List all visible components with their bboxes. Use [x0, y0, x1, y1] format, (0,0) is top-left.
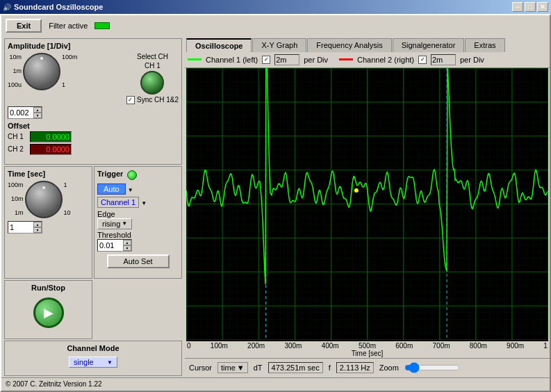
- f-unit: Hz: [361, 364, 370, 372]
- trigger-channel-button[interactable]: Channel 1: [97, 197, 139, 208]
- tab-signalgenerator[interactable]: Signalgenerator: [393, 38, 465, 52]
- auto-set-button[interactable]: Auto Set: [107, 254, 170, 268]
- spinbox-up[interactable]: ▲: [33, 107, 42, 113]
- time-spinbox-down[interactable]: ▼: [33, 227, 42, 233]
- threshold-up[interactable]: ▲: [123, 240, 131, 245]
- threshold-value[interactable]: [98, 240, 123, 250]
- amplitude-section: Amplitude [1/Div] 10m 1m 100u 100m: [4, 38, 182, 165]
- ch2-per-div-input[interactable]: [431, 54, 456, 65]
- ch1-line-indicator: [188, 58, 202, 60]
- x-axis-label: 0100m200m300m400m500m600m700m800m900m1 T…: [185, 341, 550, 358]
- spinbox-down[interactable]: ▼: [33, 113, 42, 118]
- minimize-button[interactable]: ─: [512, 2, 523, 12]
- app-title: Soundcard Oszilloscope: [14, 3, 103, 11]
- window-controls: ─ □ ✕: [512, 2, 548, 12]
- run-stop-section: Run/Stop ▶: [4, 280, 92, 339]
- close-button[interactable]: ✕: [537, 2, 548, 12]
- channel-mode-value: single: [74, 358, 94, 366]
- ch1-per-div-input[interactable]: [274, 54, 299, 65]
- right-panel: Oscilloscope X-Y Graph Frequency Analysi…: [185, 37, 550, 377]
- sync-checkbox-area[interactable]: ✓ Sync CH 1&2: [126, 96, 179, 104]
- trigger-auto-button[interactable]: Auto: [97, 183, 126, 195]
- amp-label-1: 1: [62, 81, 78, 90]
- tab-extras[interactable]: Extras: [465, 38, 504, 52]
- zoom-slider[interactable]: [404, 363, 460, 373]
- time-spinbox[interactable]: ▲ ▼: [8, 221, 42, 234]
- exit-button[interactable]: Exit: [6, 19, 42, 33]
- app-icon: 🔊: [3, 3, 11, 11]
- ch1-label: Channel 1 (left): [206, 56, 258, 64]
- top-bar: Exit Filter active: [1, 15, 550, 37]
- ch1-offset-label: CH 1: [8, 133, 27, 140]
- amplitude-value[interactable]: [8, 108, 33, 117]
- f-value: 2.113: [340, 364, 359, 372]
- x-axis-tick: 500m: [359, 342, 376, 350]
- time-section: Time [sec] 100m 10m 1m 1 10: [4, 166, 92, 279]
- sync-checkbox[interactable]: ✓: [126, 96, 135, 104]
- channel-dropdown-arrow[interactable]: ▼: [141, 200, 147, 206]
- left-panel: Amplitude [1/Div] 10m 1m 100u 100m: [1, 37, 185, 377]
- time-value[interactable]: [8, 222, 33, 232]
- auto-dropdown-arrow[interactable]: ▼: [128, 187, 133, 193]
- ch2-offset-input[interactable]: [30, 144, 72, 155]
- spinbox-arrows: ▲ ▼: [33, 107, 42, 118]
- channel-mode-title: Channel Mode: [67, 344, 119, 352]
- edge-label: Edge: [97, 210, 179, 218]
- time-knob-indicator: [42, 186, 45, 189]
- amplitude-knob-area: 10m 1m 100u 100m 1: [8, 53, 78, 90]
- cursor-type-dropdown[interactable]: time ▼: [217, 362, 248, 373]
- offset-section: Offset CH 1 CH 2: [8, 122, 179, 155]
- select-ch-label: Select CH: [137, 53, 168, 60]
- f-value-box: 2.113 Hz: [336, 362, 374, 373]
- tab-xy-graph[interactable]: X-Y Graph: [252, 38, 306, 52]
- maximize-button[interactable]: □: [525, 2, 536, 12]
- amp-label-10m: 10m: [8, 53, 22, 63]
- ch1-offset-input[interactable]: [30, 131, 72, 142]
- threshold-down[interactable]: ▼: [123, 245, 131, 251]
- ch-select-knob[interactable]: [140, 71, 164, 95]
- ch2-checkbox[interactable]: ✓: [418, 56, 427, 64]
- cursor-bar: Cursor time ▼ dT 473.251m sec f 2.113 Hz…: [185, 358, 550, 377]
- time-label-10m: 10m: [8, 195, 24, 204]
- tab-oscilloscope[interactable]: Oscilloscope: [186, 38, 252, 52]
- channel-mode-arrow: ▼: [107, 359, 113, 366]
- amplitude-knob[interactable]: [23, 53, 60, 90]
- threshold-arrows: ▲ ▼: [123, 240, 131, 251]
- dt-label: dT: [254, 364, 263, 372]
- edge-dropdown[interactable]: rising ▼: [97, 218, 132, 229]
- time-label-1m: 1m: [8, 209, 24, 218]
- trigger-title: Trigger: [97, 170, 123, 178]
- ch1-offset-row: CH 1: [8, 131, 179, 142]
- ch1-checkbox[interactable]: ✓: [262, 56, 270, 64]
- trigger-section: Trigger Auto ▼ Channel 1 ▼ Edge ris: [94, 166, 182, 279]
- channel-mode-dropdown[interactable]: single ▼: [69, 357, 117, 368]
- time-spinbox-up[interactable]: ▲: [33, 222, 42, 227]
- x-axis-tick: 800m: [470, 342, 487, 350]
- time-knob[interactable]: [25, 181, 63, 218]
- channel-mode-section: Channel Mode single ▼: [4, 341, 182, 376]
- main-window: Exit Filter active Amplitude [1/Div] 10m…: [0, 14, 551, 392]
- x-axis-tick: 1: [543, 342, 548, 350]
- time-knob-area: 100m 10m 1m 1 10: [8, 181, 89, 218]
- amplitude-spinbox[interactable]: ▲ ▼: [8, 106, 42, 119]
- x-axis-tick: 400m: [322, 342, 339, 350]
- tab-frequency-analysis[interactable]: Frequency Analysis: [307, 38, 391, 52]
- ch2-line-indicator: [339, 58, 353, 60]
- threshold-spinbox[interactable]: ▲ ▼: [97, 239, 132, 252]
- amp-label-100u: 100u: [8, 81, 22, 90]
- run-stop-button[interactable]: ▶: [33, 297, 64, 328]
- amplitude-title: Amplitude [1/Div]: [8, 42, 179, 50]
- time-label-100m: 100m: [8, 181, 24, 190]
- amp-label-1m: 1m: [8, 67, 22, 76]
- x-axis-tick: 600m: [395, 342, 413, 350]
- amp-label-100m: 100m: [62, 53, 78, 63]
- edge-arrow: ▼: [122, 220, 127, 227]
- knob-indicator: [40, 56, 43, 60]
- x-axis-tick: 700m: [433, 342, 450, 350]
- scope-display: [186, 68, 548, 341]
- cursor-type-arrow: ▼: [237, 364, 245, 372]
- ch2-label: Channel 2 (right): [357, 56, 414, 64]
- content-area: Amplitude [1/Div] 10m 1m 100u 100m: [1, 37, 550, 377]
- dt-value-box: 473.251m sec: [268, 362, 323, 373]
- time-label-10: 10: [64, 209, 71, 218]
